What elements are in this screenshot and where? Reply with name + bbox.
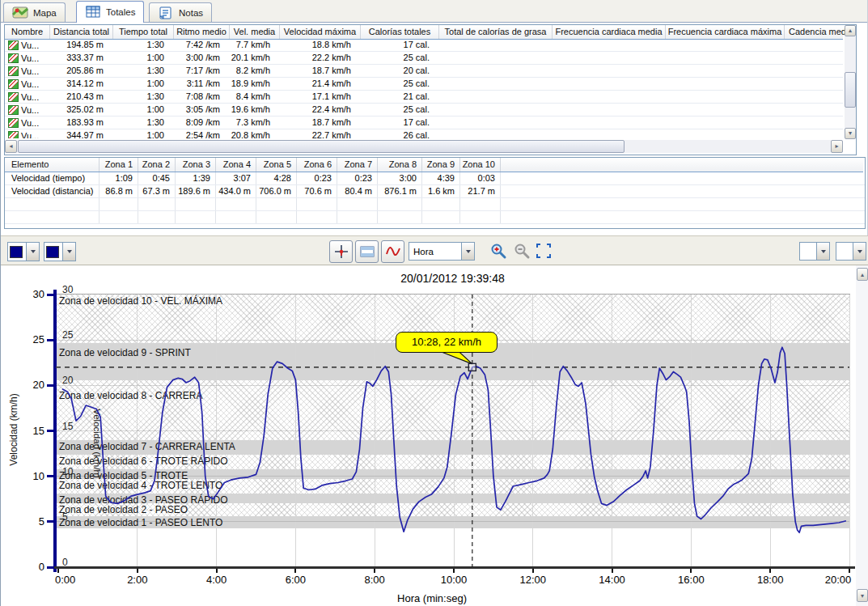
- scroll-down-button[interactable]: ▾: [845, 128, 856, 139]
- chevron-down-icon[interactable]: [26, 243, 39, 261]
- lap-row[interactable]: Vu...333.37 m1:003:00 /km20.1 km/h22.2 k…: [5, 52, 843, 65]
- lap-row[interactable]: Vu...325.02 m1:003:05 /km19.6 km/h22.4 k…: [5, 104, 843, 117]
- table-cell: [216, 198, 256, 210]
- table-cell: [666, 117, 785, 129]
- table-cell: 183.93 m: [50, 117, 113, 129]
- chevron-down-icon[interactable]: [853, 243, 866, 260]
- y-tick: [47, 520, 54, 523]
- chevron-down-icon[interactable]: [816, 243, 829, 260]
- column-header[interactable]: Zona 9: [422, 158, 460, 172]
- scroll-right-button[interactable]: ▸: [831, 140, 843, 153]
- x-tick-label: 2:00: [121, 574, 154, 586]
- column-header[interactable]: Cadencia med: [785, 25, 851, 39]
- right-selector-2[interactable]: [836, 242, 866, 261]
- table-cell: 20.1 km/h: [230, 52, 280, 64]
- tab-mapa[interactable]: Mapa: [3, 2, 66, 22]
- table-cell: [337, 198, 378, 210]
- y-tick: [47, 430, 54, 432]
- column-header[interactable]: Frecuencia cardiaca máxima: [666, 25, 785, 39]
- table-cell: 189.6 m: [176, 185, 216, 197]
- table-cell: [460, 198, 501, 210]
- table-cell: 3:00: [378, 172, 422, 184]
- laps-table-body: Vu...194.85 m1:307:42 /km7.7 km/h18.8 km…: [5, 39, 843, 138]
- lap-segment-icon: [8, 79, 19, 89]
- column-header[interactable]: Total de calorías de grasa: [439, 25, 553, 39]
- table-cell: [501, 172, 865, 184]
- lap-row[interactable]: Vu...205.86 m1:307:17 /km8.2 km/h18.7 km…: [5, 65, 843, 78]
- table-cell: [501, 185, 865, 197]
- table-cell: 1:30: [113, 91, 174, 103]
- table-cell: 22.4 km/h: [280, 104, 361, 116]
- column-header[interactable]: Vel. media: [230, 25, 280, 39]
- right-selector-1[interactable]: [799, 242, 830, 261]
- cursor-crosshair-button[interactable]: [329, 240, 353, 263]
- tab-notas[interactable]: Notas: [149, 2, 212, 22]
- tab-totales[interactable]: Totales: [76, 1, 144, 23]
- scrollbar-thumb[interactable]: [845, 72, 856, 108]
- series2-color-picker[interactable]: [44, 242, 76, 261]
- table-cell: 25 cal.: [361, 78, 439, 90]
- column-header[interactable]: Zona 3: [176, 158, 216, 172]
- table-cell: [378, 198, 422, 210]
- column-header[interactable]: Zona 6: [297, 158, 337, 172]
- column-header[interactable]: Zona 10: [460, 158, 501, 172]
- table-cell: 434.0 m: [216, 185, 256, 197]
- column-header[interactable]: Tiempo total: [113, 25, 174, 39]
- column-header[interactable]: Nombre: [5, 25, 50, 39]
- table-cell: 70.6 m: [297, 185, 337, 197]
- column-header[interactable]: Zona 1: [100, 158, 138, 172]
- scroll-up-button[interactable]: ▴: [845, 25, 856, 36]
- column-header[interactable]: Zona 5: [256, 158, 297, 172]
- lap-row[interactable]: Vu...183.93 m1:308:09 /km7.3 km/h18.7 km…: [5, 117, 843, 129]
- column-header[interactable]: Velocidad máxima: [280, 25, 361, 39]
- table-cell: 1:00: [113, 104, 174, 116]
- curve-display-button[interactable]: [381, 240, 404, 263]
- scroll-up-button[interactable]: ▴: [857, 268, 868, 281]
- lap-row[interactable]: Vu...344.97 m1:002:54 /km20.8 km/h22.7 k…: [5, 129, 843, 138]
- lap-row[interactable]: Vu...314.12 m1:003:11 /km18.9 km/h21.4 k…: [5, 78, 843, 91]
- lap-row[interactable]: Vu...210.43 m1:307:08 /km8.4 km/h17.1 km…: [5, 91, 843, 104]
- table-cell: [501, 198, 865, 210]
- table-cell: [439, 52, 553, 64]
- chevron-down-icon[interactable]: [461, 243, 474, 260]
- lap-segment-icon: [8, 53, 19, 63]
- scrollbar-thumb[interactable]: [18, 140, 625, 153]
- curve-icon: [385, 244, 401, 260]
- zone-table-row[interactable]: Velocidad (tiempo)1:090:451:393:074:280:…: [5, 172, 865, 185]
- x-tick-label: 4:00: [201, 574, 233, 586]
- column-header[interactable]: Elemento: [5, 158, 100, 172]
- zone-table-row[interactable]: Velocidad (distancia)86.8 m67.3 m189.6 m…: [5, 185, 865, 198]
- column-header[interactable]: Ritmo medio: [174, 25, 230, 39]
- zoom-in-button[interactable]: [489, 241, 508, 261]
- column-header[interactable]: Distancia total: [50, 25, 113, 39]
- column-header[interactable]: Zona 7: [337, 158, 378, 172]
- column-header[interactable]: Zona 4: [216, 158, 256, 172]
- lap-row[interactable]: Vu...194.85 m1:307:42 /km7.7 km/h18.8 km…: [5, 39, 843, 52]
- table-cell: Velocidad (tiempo): [5, 172, 100, 184]
- x-tick: [769, 569, 771, 573]
- table-cell: Vu...: [5, 129, 50, 138]
- table-cell: 4:28: [256, 172, 297, 184]
- table-cell: 1:30: [113, 65, 174, 77]
- table-cell: [256, 211, 297, 223]
- table-cell: 20.8 km/h: [230, 129, 280, 138]
- scroll-down-button[interactable]: ▾: [857, 589, 868, 602]
- table-cell: 1:00: [113, 78, 174, 90]
- zoom-out-button[interactable]: [512, 241, 531, 261]
- x-axis-mode-select[interactable]: Hora: [409, 242, 475, 261]
- lap-segment-icon: [8, 40, 19, 50]
- chart-plot-area[interactable]: Velocidad (km/h) 10:28, 22 km/h Zona de …: [56, 294, 850, 567]
- zones-display-button[interactable]: [355, 240, 379, 263]
- column-header[interactable]: Zona 8: [378, 158, 422, 172]
- table-cell: [256, 198, 297, 210]
- chevron-down-icon[interactable]: [62, 243, 75, 261]
- column-header[interactable]: Calorías totales: [361, 25, 439, 39]
- column-header[interactable]: Zona 2: [138, 158, 176, 172]
- column-header[interactable]: Frecuencia cardiaca media: [553, 25, 666, 39]
- zoom-fit-button[interactable]: [534, 241, 553, 261]
- series1-color-picker[interactable]: [7, 242, 40, 261]
- table-cell: 1:00: [113, 129, 174, 138]
- table-cell: 0:23: [297, 172, 337, 184]
- table-cell: 18.7 km/h: [280, 117, 361, 129]
- scroll-left-button[interactable]: ◂: [5, 140, 17, 153]
